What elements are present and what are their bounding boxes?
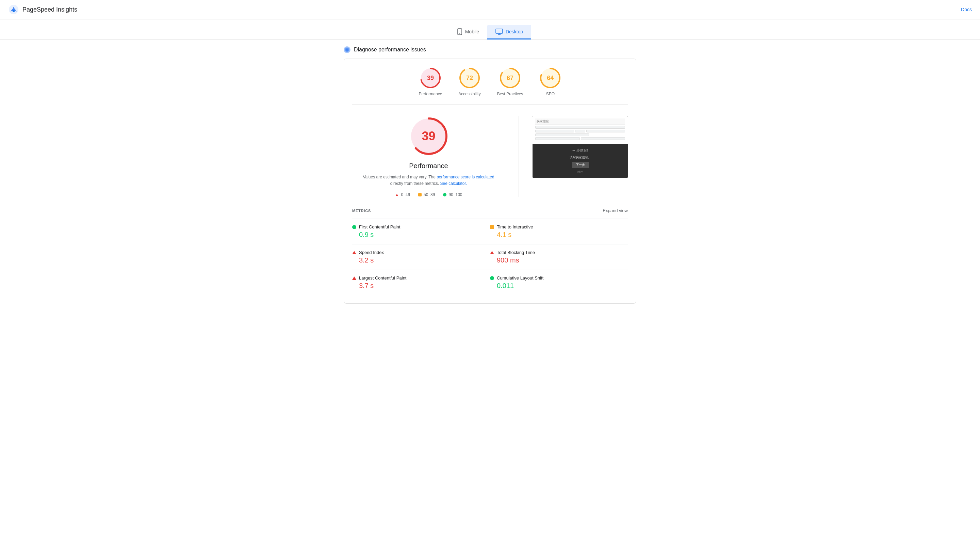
metric-lcp: Largest Contentful Paint 3.7 s xyxy=(352,269,490,295)
score-circle-performance: 39 xyxy=(420,67,441,89)
docs-link[interactable]: Docs xyxy=(961,7,972,12)
perf-calculator-link[interactable]: See calculator. xyxy=(440,181,467,186)
cls-indicator xyxy=(490,276,494,280)
perf-desc-text: Values are estimated and may vary. The xyxy=(363,175,437,179)
score-label-seo: SEO xyxy=(546,92,555,96)
score-label-best-practices: Best Practices xyxy=(497,92,523,96)
metric-tti: Time to Interactive 4.1 s xyxy=(490,218,628,244)
fcp-indicator xyxy=(352,225,356,229)
fcp-value: 0.9 s xyxy=(352,231,490,239)
tab-mobile[interactable]: Mobile xyxy=(449,25,487,40)
legend-item-good: 90–100 xyxy=(443,192,462,197)
legend-range-needs-improvement: 50–89 xyxy=(424,192,435,197)
app-title: PageSpeed Insights xyxy=(22,6,77,13)
score-card: 39 Performance 72 Accessibility xyxy=(344,59,636,304)
metric-cls: Cumulative Layout Shift 0.011 xyxy=(490,269,628,295)
main-content: Diagnose performance issues 39 Performan… xyxy=(337,46,643,304)
svg-rect-4 xyxy=(496,29,503,33)
lcp-value: 3.7 s xyxy=(352,282,490,290)
tab-desktop[interactable]: Desktop xyxy=(487,25,531,40)
svg-point-6 xyxy=(346,49,348,51)
svg-point-1 xyxy=(13,10,14,12)
metrics-label: METRICS xyxy=(352,209,371,213)
perf-section: 39 Performance Values are estimated and … xyxy=(352,116,628,197)
circle-icon xyxy=(443,193,447,196)
screenshot-container: 买家信息 xyxy=(533,116,628,178)
tti-indicator xyxy=(490,225,494,229)
legend-range-good: 90–100 xyxy=(449,192,462,197)
large-score-value: 39 xyxy=(422,129,435,143)
scores-row: 39 Performance 72 Accessibility xyxy=(352,67,628,105)
tab-bar: Mobile Desktop xyxy=(0,19,980,40)
score-circle-accessibility: 72 xyxy=(459,67,480,89)
diagnose-icon xyxy=(345,47,350,52)
square-icon xyxy=(418,193,422,196)
score-item-seo: 64 SEO xyxy=(539,67,561,96)
metric-si: Speed Index 3.2 s xyxy=(352,244,490,269)
expand-view-button[interactable]: Expand view xyxy=(603,208,628,213)
score-value-performance: 39 xyxy=(427,75,434,82)
fcp-name: First Contentful Paint xyxy=(359,224,400,230)
perf-description: Values are estimated and may vary. The p… xyxy=(363,174,494,187)
lcp-name: Largest Contentful Paint xyxy=(359,276,406,281)
tab-mobile-label: Mobile xyxy=(465,29,479,34)
section-icon xyxy=(344,46,350,53)
section-title: Diagnose performance issues xyxy=(354,47,426,53)
legend-item-needs-improvement: 50–89 xyxy=(418,192,435,197)
section-header: Diagnose performance issues xyxy=(344,46,636,53)
perf-right: 买家信息 xyxy=(533,116,628,197)
triangle-icon: ▲ xyxy=(395,192,399,197)
score-value-seo: 64 xyxy=(547,75,554,82)
score-item-accessibility: 72 Accessibility xyxy=(458,67,480,96)
score-value-accessibility: 72 xyxy=(466,75,473,82)
score-circle-seo: 64 xyxy=(539,67,561,89)
mobile-icon xyxy=(457,28,463,35)
score-item-performance: 39 Performance xyxy=(419,67,442,96)
metrics-grid: First Contentful Paint 0.9 s Time to Int… xyxy=(352,218,628,295)
score-value-best-practices: 67 xyxy=(507,75,514,82)
perf-score-link[interactable]: performance score is calculated xyxy=(437,175,494,179)
pagespeed-logo-icon xyxy=(8,4,19,15)
tbt-name: Total Blocking Time xyxy=(497,250,535,255)
lcp-indicator xyxy=(352,276,356,280)
page-header: PageSpeed Insights Docs xyxy=(0,0,980,19)
tti-value: 4.1 s xyxy=(490,231,628,239)
legend-range-poor: 0–49 xyxy=(401,192,410,197)
tti-name: Time to Interactive xyxy=(497,224,533,230)
si-value: 3.2 s xyxy=(352,257,490,264)
vertical-divider xyxy=(519,116,519,197)
metrics-header: METRICS Expand view xyxy=(352,208,628,213)
large-score-circle: 39 xyxy=(408,116,449,156)
logo-container: PageSpeed Insights xyxy=(8,4,77,15)
cls-value: 0.011 xyxy=(490,282,628,290)
tbt-indicator xyxy=(490,251,494,254)
desktop-icon xyxy=(495,29,503,35)
tbt-value: 900 ms xyxy=(490,257,628,264)
score-label-performance: Performance xyxy=(419,92,442,96)
score-circle-best-practices: 67 xyxy=(499,67,521,89)
perf-title: Performance xyxy=(409,162,448,170)
score-legend: ▲ 0–49 50–89 90–100 xyxy=(395,192,462,197)
si-name: Speed Index xyxy=(359,250,384,255)
perf-left: 39 Performance Values are estimated and … xyxy=(352,116,505,197)
tab-desktop-label: Desktop xyxy=(506,29,523,34)
metric-tbt: Total Blocking Time 900 ms xyxy=(490,244,628,269)
metric-fcp: First Contentful Paint 0.9 s xyxy=(352,218,490,244)
cls-name: Cumulative Layout Shift xyxy=(497,276,543,281)
score-label-accessibility: Accessibility xyxy=(458,92,480,96)
score-item-best-practices: 67 Best Practices xyxy=(497,67,523,96)
legend-item-poor: ▲ 0–49 xyxy=(395,192,410,197)
svg-point-3 xyxy=(460,33,460,34)
si-indicator xyxy=(352,251,356,254)
perf-desc-middle: directly from these metrics. xyxy=(390,181,440,186)
